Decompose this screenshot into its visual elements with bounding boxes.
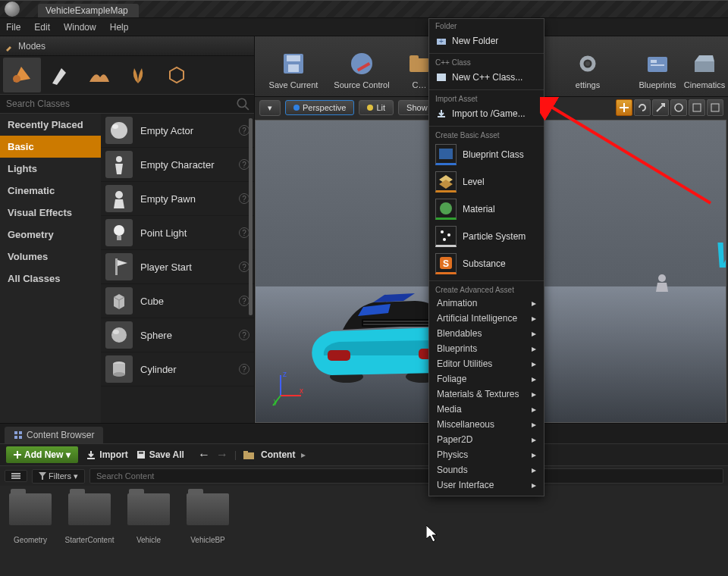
category-basic[interactable]: Basic	[0, 136, 101, 158]
mode-icon-tabs	[0, 56, 254, 94]
menu-edit[interactable]: Edit	[34, 22, 50, 33]
category-lights[interactable]: Lights	[0, 158, 101, 180]
svg-point-8	[114, 225, 124, 236]
actor-player-start[interactable]: Player Start?	[101, 250, 254, 284]
modes-panel-header[interactable]: Modes	[0, 36, 254, 56]
actor-empty-pawn[interactable]: Empty Pawn?	[101, 182, 254, 216]
perspective-icon	[293, 105, 300, 111]
breadcrumb-content[interactable]: Content	[261, 449, 295, 460]
folder-starter-content[interactable]: StarterContent	[67, 493, 112, 544]
category-volumes[interactable]: Volumes	[0, 246, 101, 268]
viewport-lit-button[interactable]: Lit	[359, 100, 394, 115]
add-new-button[interactable]: Add New▾	[6, 446, 78, 463]
menu-item-physics[interactable]: Physics▸	[429, 447, 544, 462]
viewport-options-dropdown[interactable]: ▾	[259, 100, 281, 116]
toolbar-cinematics[interactable]: Cinematics	[681, 39, 728, 94]
mode-landscape[interactable]	[80, 58, 118, 92]
breadcrumb-arrow-icon[interactable]: ▸	[301, 449, 306, 460]
actor-list-scrollbar[interactable]	[249, 118, 253, 315]
mode-geometry[interactable]	[158, 58, 196, 92]
grid-icon	[14, 430, 23, 440]
help-icon[interactable]: ?	[239, 330, 249, 340]
content-browser-tab[interactable]: Content Browser	[5, 427, 103, 443]
svg-point-5	[112, 124, 118, 129]
submenu-arrow-icon: ▸	[532, 343, 536, 354]
folder-icon[interactable]	[243, 449, 255, 460]
help-icon[interactable]: ?	[239, 227, 249, 238]
menu-item-import-to[interactable]: Import to /Game...	[429, 105, 544, 123]
blueprint-icon	[435, 144, 457, 165]
category-recently-placed[interactable]: Recently Placed	[0, 114, 101, 136]
modes-actor-list: Empty Actor? Empty Character? Empty Pawn…	[101, 114, 254, 423]
modes-search-input[interactable]	[0, 95, 236, 113]
svg-point-4	[111, 122, 127, 139]
mode-foliage[interactable]	[119, 58, 157, 92]
menu-item-level[interactable]: Level	[429, 168, 544, 196]
chevron-down-icon: ▾	[74, 471, 78, 481]
viewport-perspective-button[interactable]: Perspective	[285, 100, 354, 115]
level-tab[interactable]: VehicleExampleMap	[38, 4, 139, 17]
menu-item-materials-textures[interactable]: Materials & Textures▸	[429, 387, 544, 402]
menu-item-ai[interactable]: Artificial Intelligence▸	[429, 311, 544, 326]
folder-geometry[interactable]: Geometry	[8, 493, 53, 544]
nav-forward-button[interactable]: →	[216, 448, 228, 462]
menu-file[interactable]: File	[6, 22, 20, 33]
svg-marker-76	[426, 525, 437, 542]
menu-item-media[interactable]: Media▸	[429, 402, 544, 417]
actor-point-light[interactable]: Point Light?	[101, 216, 254, 250]
mode-paint[interactable]	[42, 58, 80, 92]
toolbar-settings[interactable]: ettings	[564, 39, 611, 94]
import-button[interactable]: Import	[86, 449, 127, 460]
folder-vehicle[interactable]: Vehicle	[126, 493, 171, 544]
toolbar-blueprints[interactable]: Blueprints	[634, 39, 681, 94]
category-geometry[interactable]: Geometry	[0, 224, 101, 246]
menu-item-material[interactable]: Material	[429, 196, 544, 223]
nav-back-button[interactable]: ←	[198, 448, 210, 462]
help-icon[interactable]: ?	[239, 193, 249, 204]
content-browser-body[interactable]: Geometry StarterContent Vehicle VehicleB…	[0, 486, 728, 544]
toolbar-save-current[interactable]: Save Current	[259, 39, 328, 94]
menu-window[interactable]: Window	[64, 22, 96, 33]
menu-item-animation[interactable]: Animation▸	[429, 296, 544, 311]
content-search-input[interactable]	[89, 468, 723, 484]
filters-button[interactable]: Filters▾	[32, 469, 85, 484]
actor-cube[interactable]: Cube?	[101, 284, 254, 318]
category-cinematic[interactable]: Cinematic	[0, 180, 101, 202]
actor-sphere[interactable]: Sphere?	[101, 318, 254, 352]
svg-point-6	[116, 156, 122, 162]
menu-item-particle-system[interactable]: Particle System	[429, 223, 544, 250]
menu-item-blendables[interactable]: Blendables▸	[429, 326, 544, 341]
menu-item-miscellaneous[interactable]: Miscellaneous▸	[429, 417, 544, 432]
folder-vehicle-bp[interactable]: VehicleBP	[185, 493, 231, 544]
svg-point-34	[658, 274, 666, 282]
help-icon[interactable]: ?	[239, 296, 249, 306]
help-icon[interactable]: ?	[239, 364, 249, 374]
menu-item-new-folder[interactable]: +New Folder	[429, 32, 544, 50]
help-icon[interactable]: ?	[239, 159, 249, 170]
category-visual-effects[interactable]: Visual Effects	[0, 202, 101, 224]
menu-item-editor-utilities[interactable]: Editor Utilities▸	[429, 356, 544, 371]
actor-empty-actor[interactable]: Empty Actor?	[101, 114, 254, 148]
menu-item-blueprint-class[interactable]: Blueprint Class	[429, 141, 544, 168]
menu-item-paper2d[interactable]: Paper2D▸	[429, 432, 544, 447]
help-icon[interactable]: ?	[239, 125, 249, 136]
actor-cylinder[interactable]: Cylinder?	[101, 352, 254, 387]
menu-item-sounds[interactable]: Sounds▸	[429, 462, 544, 477]
menu-item-substance[interactable]: SSubstance	[429, 250, 544, 277]
menu-item-user-interface[interactable]: User Interface▸	[429, 477, 544, 493]
help-icon[interactable]: ?	[239, 261, 249, 272]
sources-toggle-button[interactable]	[5, 470, 27, 482]
save-all-button[interactable]: Save All	[136, 449, 184, 460]
category-all-classes[interactable]: All Classes	[0, 268, 101, 290]
menu-item-foliage[interactable]: Foliage▸	[429, 371, 544, 387]
substance-icon: S	[435, 253, 457, 274]
toolbar-source-control[interactable]: Source Control	[328, 39, 396, 94]
svg-point-1	[13, 75, 20, 83]
menu-item-new-cpp-class[interactable]: New C++ Class...	[429, 68, 544, 86]
svg-marker-30	[695, 55, 714, 61]
mode-place[interactable]	[3, 58, 41, 92]
svg-rect-18	[287, 55, 300, 61]
menu-item-blueprints-adv[interactable]: Blueprints▸	[429, 341, 544, 356]
actor-empty-character[interactable]: Empty Character?	[101, 148, 254, 182]
menu-help[interactable]: Help	[110, 22, 129, 33]
